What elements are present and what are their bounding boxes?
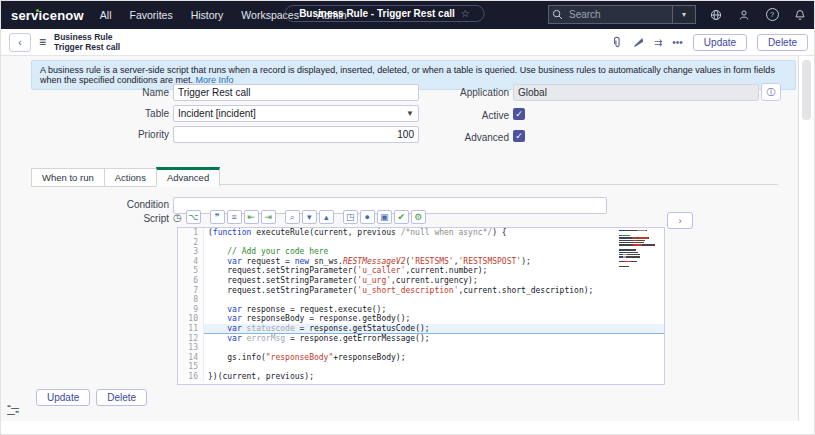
top-navbar: servicenow AllFavoritesHistoryWorkspaces…	[1, 1, 815, 29]
tab-when-to-run[interactable]: When to run	[31, 168, 105, 187]
notifications-icon[interactable]	[792, 7, 808, 23]
field-history-icon[interactable]: ◷	[173, 212, 182, 223]
servicenow-app-window: servicenow AllFavoritesHistoryWorkspaces…	[0, 0, 815, 435]
syntax-tree-button[interactable]: ⌥	[186, 210, 201, 224]
syntax-check-button[interactable]: ✔	[394, 210, 409, 224]
tab-actions[interactable]: Actions	[104, 168, 157, 187]
back-button[interactable]: ‹	[9, 33, 31, 52]
record-name-label: Trigger Rest call	[54, 42, 120, 52]
application-field: Global	[513, 84, 759, 101]
context-menu-icon[interactable]: ≡	[39, 35, 46, 49]
page-scrollbar[interactable]	[798, 56, 815, 421]
code-line-9: 9 var response = request.execute();	[178, 305, 664, 315]
search-icon	[549, 7, 565, 23]
response-time-indicator-icon: “——”	[7, 405, 19, 417]
tab-strip: When to runActionsAdvanced	[31, 167, 219, 187]
priority-label: Priority	[41, 129, 169, 140]
servicenow-logo: servicenow	[11, 8, 84, 23]
user-icon[interactable]	[736, 7, 752, 23]
favorite-star-icon[interactable]: ☆	[461, 8, 470, 19]
find-previous-button[interactable]: ▴	[319, 210, 334, 224]
code-line-8: 8	[178, 295, 664, 305]
advanced-checkbox[interactable]	[513, 130, 525, 142]
format-code-button[interactable]: ≡	[227, 210, 242, 224]
global-search[interactable]: Search ▾	[548, 5, 696, 24]
table-label: Table	[41, 108, 169, 119]
search-placeholder: Search	[565, 9, 672, 20]
code-line-6: 6 request.setStringParameter('u_urg',cur…	[178, 276, 664, 286]
code-line-3: 3 // Add your code here	[178, 247, 664, 257]
indent-button[interactable]: ⇥	[261, 210, 276, 224]
attachment-icon[interactable]	[611, 36, 623, 49]
info-banner-text: A business rule is a server-side script …	[40, 65, 775, 85]
record-type-label: Business Rule	[54, 32, 120, 42]
code-lines: 1(function executeRule(current, previous…	[178, 228, 664, 382]
page-bottom-margin	[1, 421, 815, 435]
help-button[interactable]: ●	[360, 210, 375, 224]
activity-stream-icon[interactable]: ⇉	[654, 37, 662, 48]
find-next-button[interactable]: ▾	[302, 210, 317, 224]
code-line-13: 13	[178, 343, 664, 353]
record-context-pill[interactable]: Business Rule - Trigger Rest call ☆	[284, 5, 485, 22]
nav-item-history[interactable]: History	[191, 9, 224, 21]
code-line-10: 10 var responseBody = response.getBody()…	[178, 314, 664, 324]
name-label: Name	[41, 87, 169, 98]
advanced-label: Advanced	[381, 132, 509, 143]
application-info-button[interactable]: ⓘ	[761, 83, 781, 101]
code-line-12: 12 var errorMsg = response.getErrorMessa…	[178, 334, 664, 344]
application-value: Global	[518, 87, 547, 98]
code-line-7: 7 request.setStringParameter('u_short_de…	[178, 286, 664, 296]
editor-preferences-button[interactable]: ⚙	[411, 210, 426, 224]
open-fullscreen-button[interactable]: ◳	[343, 210, 358, 224]
search-scope-dropdown[interactable]: ▾	[672, 6, 695, 23]
application-label: Application	[381, 87, 509, 98]
code-line-2: 2	[178, 238, 664, 248]
code-line-4: 4 var request = new sn_ws.RESTMessageV2(…	[178, 257, 664, 267]
active-label: Active	[381, 110, 509, 121]
tab-advanced[interactable]: Advanced	[156, 167, 220, 187]
outdent-button[interactable]: ⇤	[244, 210, 259, 224]
form-content: A business rule is a server-side script …	[1, 56, 798, 421]
globe-icon[interactable]	[708, 7, 724, 23]
search-button[interactable]: ⌕	[285, 210, 300, 224]
nav-item-all[interactable]: All	[100, 9, 112, 21]
header-delete-button[interactable]: Delete	[757, 34, 808, 51]
footer-delete-button[interactable]: Delete	[96, 389, 147, 406]
code-line-5: 5 request.setStringParameter('u_caller',…	[178, 266, 664, 276]
record-context-label: Business Rule - Trigger Rest call	[299, 8, 455, 19]
header-update-button[interactable]: Update	[693, 34, 747, 51]
code-line-15: 15	[178, 362, 664, 372]
save-button[interactable]: ▣	[377, 210, 392, 224]
active-checkbox[interactable]	[513, 108, 525, 120]
condition-label: Condition	[41, 199, 169, 210]
toggle-comment-button[interactable]: ❞	[210, 210, 225, 224]
code-line-14: 14 gs.info("responseBody"+responseBody);	[178, 353, 664, 363]
script-editor-toolbar: ◷ ⌥❞≡⇤⇥⌕▾▴◳●▣✔⚙	[173, 210, 426, 224]
personalize-form-icon[interactable]	[633, 37, 644, 48]
record-header: ‹ ≡ Business Rule Trigger Rest call ⇉ ••…	[1, 29, 815, 56]
code-line-1: 1(function executeRule(current, previous…	[178, 228, 664, 238]
more-options-icon[interactable]: •••	[672, 37, 683, 48]
script-code-editor[interactable]: 1(function executeRule(current, previous…	[177, 227, 665, 385]
footer-update-button[interactable]: Update	[36, 389, 90, 406]
code-line-16: 16})(current, previous);	[178, 372, 664, 382]
editor-minimap	[619, 230, 661, 268]
scrollbar-thumb[interactable]	[802, 60, 811, 120]
help-icon[interactable]: ?	[764, 7, 780, 23]
script-label: Script	[41, 213, 169, 224]
code-line-11: 11 var statuscode = response.getStatusCo…	[178, 324, 664, 334]
nav-item-favorites[interactable]: Favorites	[130, 9, 173, 21]
expand-editor-button[interactable]: ›	[667, 212, 693, 229]
table-select-value: Incident [incident]	[178, 108, 406, 119]
